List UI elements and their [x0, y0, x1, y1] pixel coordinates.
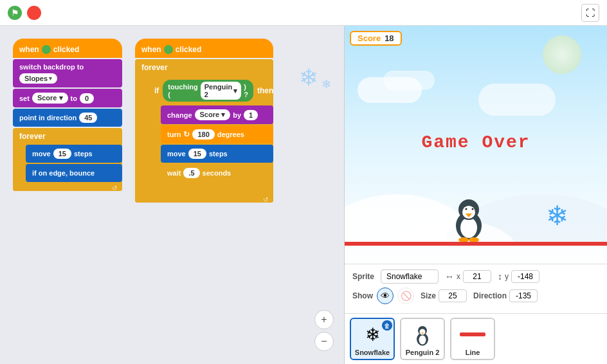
repeat-arrow-1: ↺ — [112, 185, 117, 192]
red-stop-button[interactable] — [27, 6, 41, 20]
forever-block-1[interactable]: forever move 15 steps if on edge, bounce — [13, 128, 122, 191]
y-label: y — [505, 272, 509, 281]
forever-label-2: forever — [135, 59, 273, 76]
set-score-block[interactable]: set Score ▾ to 0 — [13, 89, 122, 107]
direction-value-input[interactable] — [509, 289, 538, 302]
switch-backdrop-block[interactable]: switch backdrop to Slopes ▾ — [13, 59, 122, 87]
x-value-input[interactable] — [463, 270, 491, 283]
move-block-1[interactable]: move 15 steps — [26, 145, 122, 163]
cloud-2 — [383, 71, 435, 90]
score-value: 18 — [385, 33, 394, 43]
sprite-thumb-snowflake[interactable]: 🗑 ❄ Snowflake — [350, 318, 395, 360]
move-steps-1[interactable]: 15 — [53, 149, 71, 159]
move-block-2[interactable]: move 15 steps — [161, 145, 273, 163]
wait-value[interactable]: .5 — [183, 168, 199, 178]
blocks-container: when clicked switch backdrop to Slopes ▾… — [0, 26, 344, 215]
wait-block[interactable]: wait .5 seconds — [161, 164, 273, 182]
show-label: Show — [352, 291, 373, 300]
clicked-label-2: clicked — [176, 45, 202, 54]
bounce-label: if on edge, bounce — [32, 169, 95, 177]
sprite-thumb-line[interactable]: Line — [450, 318, 495, 360]
score-label: Score — [358, 33, 381, 43]
if-header: if touching ( Penguin 2 ▾ ) ? then — [148, 76, 273, 105]
snowflake-thumb-label: Snowflake — [355, 349, 390, 356]
penguin-dropdown[interactable]: Penguin 2 ▾ — [201, 82, 241, 100]
svg-point-10 — [466, 208, 467, 210]
bounce-block[interactable]: if on edge, bounce — [26, 164, 122, 182]
penguin-dropdown-arrow: ▾ — [233, 87, 237, 95]
forever-block-2[interactable]: forever if touching ( Penguin 2 ▾ — [135, 59, 273, 203]
touching-condition[interactable]: touching ( Penguin 2 ▾ ) ? — [163, 80, 253, 102]
expand-stage-button[interactable]: ⛶ — [581, 4, 599, 22]
forever-label-1: forever — [13, 128, 122, 145]
top-bar-right: ⛶ — [581, 4, 599, 22]
to-label: to — [71, 95, 77, 102]
size-value-input[interactable] — [439, 289, 467, 302]
clicked-label-1: clicked — [53, 45, 80, 54]
sprite-info-panel: Sprite ↔ x ↕ y Show 👁 🚫 — [345, 264, 607, 313]
green-flag-button[interactable] — [8, 6, 22, 20]
touching-label: touching ( — [168, 83, 197, 98]
forever-footer-2: ↺ — [135, 196, 273, 203]
snowflake-stage-sprite: ❄ — [546, 200, 568, 232]
line-thumb-label: Line — [466, 349, 480, 356]
y-coord-group: ↕ y — [498, 270, 539, 283]
sprite-info-row-1: Sprite ↔ x ↕ y — [352, 269, 599, 284]
sprite-thumb-penguin2[interactable]: Penguin 2 — [400, 318, 445, 360]
when-label-1: when — [19, 45, 39, 54]
turn-block[interactable]: turn ↻ 180 degrees — [161, 125, 273, 143]
zoom-out-button[interactable]: − — [314, 332, 334, 351]
seconds-label: seconds — [203, 169, 231, 177]
score-var-dropdown-2[interactable]: Score ▾ — [195, 109, 231, 120]
svg-point-15 — [419, 336, 426, 345]
direction-group: Direction — [473, 289, 538, 302]
move-steps-2[interactable]: 15 — [188, 149, 206, 159]
score-var-dropdown-1[interactable]: Score ▾ — [32, 93, 68, 104]
cloud-3 — [478, 84, 556, 116]
y-arrow-icon: ↕ — [498, 271, 502, 282]
direction-label: Direction — [473, 291, 507, 300]
when-flag-clicked-block-1[interactable]: when clicked — [13, 39, 122, 58]
backdrop-dropdown[interactable]: Slopes ▾ — [19, 73, 57, 84]
forever-inner-1: move 15 steps if on edge, bounce — [26, 145, 122, 185]
svg-point-11 — [472, 208, 474, 210]
point-label: point in direction — [19, 114, 77, 122]
turn-degrees-value[interactable]: 180 — [192, 129, 214, 140]
wait-label: wait — [167, 169, 181, 177]
switch-label: switch backdrop to — [19, 63, 84, 71]
flag-icon-1 — [42, 45, 51, 54]
x-arrow-icon: ↔ — [445, 271, 454, 282]
show-hidden-button[interactable]: 🚫 — [397, 287, 414, 304]
block-group-2: when clicked forever if touching ( — [135, 39, 273, 203]
by-label: by — [233, 111, 241, 119]
x-coord-group: ↔ x — [445, 270, 491, 283]
sprite-label: Sprite — [352, 272, 374, 281]
show-visible-button[interactable]: 👁 — [377, 287, 394, 304]
change-by-value[interactable]: 1 — [244, 110, 258, 120]
if-inner: change Score ▾ by 1 turn — [161, 105, 273, 185]
score-badge: Score 18 — [350, 31, 402, 46]
penguin-sprite — [449, 190, 488, 242]
zoom-in-button[interactable]: + — [314, 310, 334, 329]
when-label-2: when — [141, 45, 161, 54]
score-init-value[interactable]: 0 — [80, 93, 94, 104]
size-group: Size — [421, 289, 467, 302]
backdrop-dropdown-arrow: ▾ — [49, 75, 52, 82]
change-score-block[interactable]: change Score ▾ by 1 — [161, 105, 273, 124]
point-direction-block[interactable]: point in direction 45 — [13, 109, 122, 127]
then-keyword: then — [257, 86, 273, 95]
ground-line — [345, 242, 607, 246]
y-value-input[interactable] — [511, 270, 539, 283]
steps-label-2: steps — [209, 150, 228, 158]
move-label-2: move — [167, 150, 186, 158]
svg-point-4 — [460, 217, 477, 238]
if-footer — [148, 185, 273, 194]
when-flag-clicked-block-2[interactable]: when clicked — [135, 39, 273, 58]
direction-value-input[interactable]: 45 — [79, 113, 97, 123]
sprite-delete-button-snowflake[interactable]: 🗑 — [382, 320, 392, 331]
turn-label: turn — [167, 131, 181, 138]
change-label: change — [167, 111, 192, 119]
sprite-name-input[interactable] — [381, 269, 439, 284]
if-block[interactable]: if touching ( Penguin 2 ▾ ) ? then — [148, 76, 273, 194]
size-label: Size — [421, 291, 436, 300]
